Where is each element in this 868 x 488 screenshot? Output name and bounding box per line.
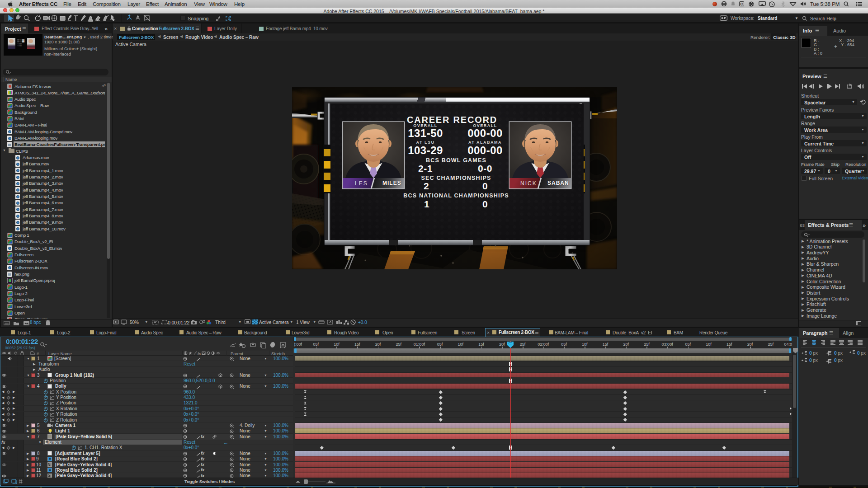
svg-text:fx: fx (198, 352, 201, 355)
